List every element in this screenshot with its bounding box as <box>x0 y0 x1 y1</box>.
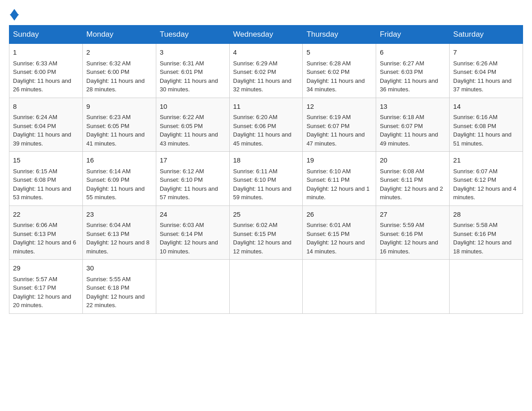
day-info: Sunrise: 5:59 AMSunset: 6:16 PMDaylight:… <box>380 222 438 255</box>
weekday-header-row: SundayMondayTuesdayWednesdayThursdayFrid… <box>9 26 523 44</box>
calendar-cell: 23 Sunrise: 6:04 AMSunset: 6:13 PMDaylig… <box>82 206 156 260</box>
calendar-cell: 14 Sunrise: 6:16 AMSunset: 6:08 PMDaylig… <box>450 98 523 152</box>
calendar-cell: 30 Sunrise: 5:55 AMSunset: 6:18 PMDaylig… <box>82 260 156 314</box>
day-number: 18 <box>233 155 299 166</box>
day-number: 11 <box>233 102 299 112</box>
day-number: 30 <box>86 263 152 274</box>
day-number: 9 <box>86 102 152 112</box>
day-number: 28 <box>453 210 519 220</box>
day-info: Sunrise: 6:07 AMSunset: 6:12 PMDaylight:… <box>453 168 516 201</box>
weekday-header-sunday: Sunday <box>9 26 83 44</box>
day-info: Sunrise: 6:29 AMSunset: 6:02 PMDaylight:… <box>233 60 292 93</box>
calendar-cell: 10 Sunrise: 6:22 AMSunset: 6:05 PMDaylig… <box>156 98 229 152</box>
day-number: 23 <box>86 210 152 220</box>
day-number: 21 <box>453 155 519 166</box>
day-info: Sunrise: 6:03 AMSunset: 6:14 PMDaylight:… <box>160 222 218 255</box>
day-info: Sunrise: 6:23 AMSunset: 6:05 PMDaylight:… <box>86 114 145 147</box>
calendar-cell: 17 Sunrise: 6:12 AMSunset: 6:10 PMDaylig… <box>156 152 229 206</box>
day-info: Sunrise: 6:26 AMSunset: 6:04 PMDaylight:… <box>453 60 511 93</box>
weekday-header-friday: Friday <box>376 26 450 44</box>
weekday-header-monday: Monday <box>82 26 156 44</box>
calendar-cell: 26 Sunrise: 6:01 AMSunset: 6:15 PMDaylig… <box>303 206 376 260</box>
day-info: Sunrise: 6:15 AMSunset: 6:08 PMDaylight:… <box>13 168 71 201</box>
day-info: Sunrise: 6:22 AMSunset: 6:05 PMDaylight:… <box>160 114 218 147</box>
calendar-week-row: 15 Sunrise: 6:15 AMSunset: 6:08 PMDaylig… <box>9 152 523 206</box>
day-number: 25 <box>233 210 299 220</box>
day-info: Sunrise: 6:32 AMSunset: 6:00 PMDaylight:… <box>86 60 145 93</box>
day-number: 12 <box>306 102 372 112</box>
day-number: 4 <box>233 47 299 58</box>
day-info: Sunrise: 5:55 AMSunset: 6:18 PMDaylight:… <box>86 276 145 309</box>
day-number: 14 <box>453 102 519 112</box>
calendar-cell: 27 Sunrise: 5:59 AMSunset: 6:16 PMDaylig… <box>376 206 450 260</box>
day-info: Sunrise: 6:08 AMSunset: 6:11 PMDaylight:… <box>380 168 443 201</box>
day-number: 10 <box>160 102 226 112</box>
day-number: 22 <box>13 210 79 220</box>
day-info: Sunrise: 5:58 AMSunset: 6:16 PMDaylight:… <box>453 222 511 255</box>
day-number: 16 <box>86 155 152 166</box>
day-number: 17 <box>160 155 226 166</box>
day-info: Sunrise: 6:12 AMSunset: 6:10 PMDaylight:… <box>160 168 218 201</box>
calendar-cell <box>156 260 229 314</box>
day-info: Sunrise: 6:01 AMSunset: 6:15 PMDaylight:… <box>306 222 365 255</box>
day-info: Sunrise: 6:19 AMSunset: 6:07 PMDaylight:… <box>306 114 365 147</box>
weekday-header-wednesday: Wednesday <box>229 26 303 44</box>
day-info: Sunrise: 6:18 AMSunset: 6:07 PMDaylight:… <box>380 114 438 147</box>
calendar-cell: 24 Sunrise: 6:03 AMSunset: 6:14 PMDaylig… <box>156 206 229 260</box>
day-info: Sunrise: 6:14 AMSunset: 6:09 PMDaylight:… <box>86 168 145 201</box>
day-info: Sunrise: 6:28 AMSunset: 6:02 PMDaylight:… <box>306 60 365 93</box>
day-number: 24 <box>160 210 226 220</box>
calendar-cell: 13 Sunrise: 6:18 AMSunset: 6:07 PMDaylig… <box>376 98 450 152</box>
day-info: Sunrise: 6:33 AMSunset: 6:00 PMDaylight:… <box>13 60 71 93</box>
calendar-cell: 21 Sunrise: 6:07 AMSunset: 6:12 PMDaylig… <box>450 152 523 206</box>
day-number: 7 <box>453 47 519 58</box>
day-info: Sunrise: 5:57 AMSunset: 6:17 PMDaylight:… <box>13 276 71 309</box>
calendar-cell: 5 Sunrise: 6:28 AMSunset: 6:02 PMDayligh… <box>303 44 376 98</box>
day-info: Sunrise: 6:24 AMSunset: 6:04 PMDaylight:… <box>13 114 71 147</box>
calendar-cell: 29 Sunrise: 5:57 AMSunset: 6:17 PMDaylig… <box>9 260 83 314</box>
day-number: 26 <box>306 210 372 220</box>
calendar-cell <box>229 260 303 314</box>
weekday-header-saturday: Saturday <box>450 26 523 44</box>
calendar-cell: 19 Sunrise: 6:10 AMSunset: 6:11 PMDaylig… <box>303 152 376 206</box>
day-info: Sunrise: 6:20 AMSunset: 6:06 PMDaylight:… <box>233 114 292 147</box>
calendar-week-row: 8 Sunrise: 6:24 AMSunset: 6:04 PMDayligh… <box>9 98 523 152</box>
day-info: Sunrise: 6:31 AMSunset: 6:01 PMDaylight:… <box>160 60 218 93</box>
day-number: 3 <box>160 47 226 58</box>
calendar-cell: 8 Sunrise: 6:24 AMSunset: 6:04 PMDayligh… <box>9 98 83 152</box>
calendar-cell: 20 Sunrise: 6:08 AMSunset: 6:11 PMDaylig… <box>376 152 450 206</box>
calendar-table: SundayMondayTuesdayWednesdayThursdayFrid… <box>9 25 523 314</box>
calendar-cell: 28 Sunrise: 5:58 AMSunset: 6:16 PMDaylig… <box>450 206 523 260</box>
calendar-cell: 2 Sunrise: 6:32 AMSunset: 6:00 PMDayligh… <box>82 44 156 98</box>
calendar-cell: 12 Sunrise: 6:19 AMSunset: 6:07 PMDaylig… <box>303 98 376 152</box>
day-number: 27 <box>380 210 446 220</box>
day-number: 5 <box>306 47 372 58</box>
calendar-cell: 6 Sunrise: 6:27 AMSunset: 6:03 PMDayligh… <box>376 44 450 98</box>
calendar-cell: 9 Sunrise: 6:23 AMSunset: 6:05 PMDayligh… <box>82 98 156 152</box>
calendar-cell: 16 Sunrise: 6:14 AMSunset: 6:09 PMDaylig… <box>82 152 156 206</box>
day-info: Sunrise: 6:10 AMSunset: 6:11 PMDaylight:… <box>306 168 369 201</box>
day-info: Sunrise: 6:27 AMSunset: 6:03 PMDaylight:… <box>380 60 438 93</box>
calendar-cell: 25 Sunrise: 6:02 AMSunset: 6:15 PMDaylig… <box>229 206 303 260</box>
day-info: Sunrise: 6:11 AMSunset: 6:10 PMDaylight:… <box>233 168 292 201</box>
calendar-cell <box>450 260 523 314</box>
day-info: Sunrise: 6:04 AMSunset: 6:13 PMDaylight:… <box>86 222 150 255</box>
calendar-week-row: 22 Sunrise: 6:06 AMSunset: 6:13 PMDaylig… <box>9 206 523 260</box>
calendar-cell: 11 Sunrise: 6:20 AMSunset: 6:06 PMDaylig… <box>229 98 303 152</box>
day-info: Sunrise: 6:16 AMSunset: 6:08 PMDaylight:… <box>453 114 511 147</box>
calendar-cell <box>303 260 376 314</box>
day-info: Sunrise: 6:02 AMSunset: 6:15 PMDaylight:… <box>233 222 292 255</box>
day-number: 19 <box>306 155 372 166</box>
calendar-cell: 4 Sunrise: 6:29 AMSunset: 6:02 PMDayligh… <box>229 44 303 98</box>
calendar-cell: 15 Sunrise: 6:15 AMSunset: 6:08 PMDaylig… <box>9 152 83 206</box>
calendar-week-row: 29 Sunrise: 5:57 AMSunset: 6:17 PMDaylig… <box>9 260 523 314</box>
day-info: Sunrise: 6:06 AMSunset: 6:13 PMDaylight:… <box>13 222 76 255</box>
calendar-cell: 1 Sunrise: 6:33 AMSunset: 6:00 PMDayligh… <box>9 44 83 98</box>
calendar-cell <box>376 260 450 314</box>
calendar-cell: 18 Sunrise: 6:11 AMSunset: 6:10 PMDaylig… <box>229 152 303 206</box>
calendar-cell: 3 Sunrise: 6:31 AMSunset: 6:01 PMDayligh… <box>156 44 229 98</box>
page-header <box>9 9 523 21</box>
day-number: 20 <box>380 155 446 166</box>
day-number: 6 <box>380 47 446 58</box>
calendar-cell: 22 Sunrise: 6:06 AMSunset: 6:13 PMDaylig… <box>9 206 83 260</box>
